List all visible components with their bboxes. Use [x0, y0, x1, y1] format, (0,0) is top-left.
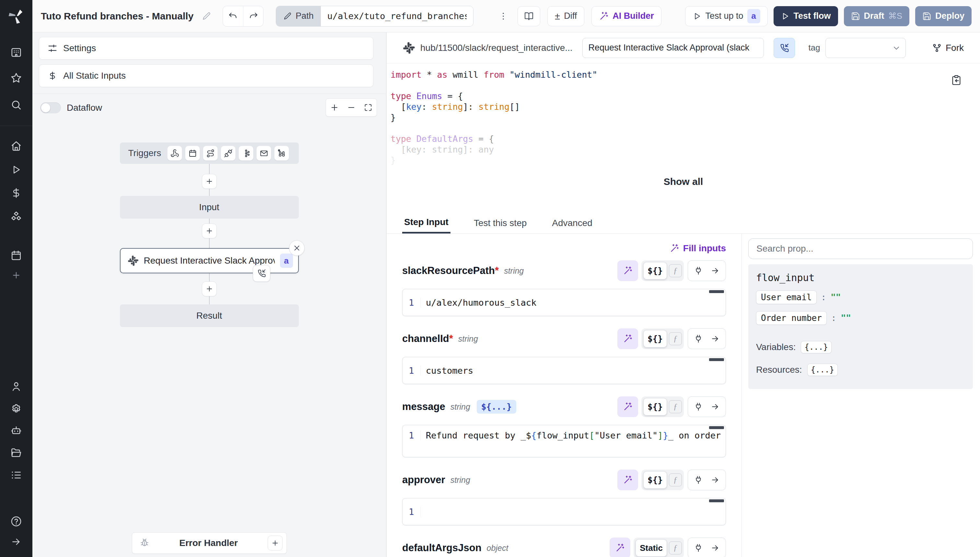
- tab-step-input[interactable]: Step Input: [402, 212, 451, 233]
- template-mode-button[interactable]: ${}: [643, 330, 667, 347]
- plug-icon[interactable]: [694, 476, 703, 484]
- test-up-to-button[interactable]: Test up to a: [685, 6, 768, 26]
- field-code-editor[interactable]: 1: [402, 498, 726, 525]
- all-static-inputs-button[interactable]: All Static Inputs: [39, 64, 373, 87]
- audit-list-icon[interactable]: [9, 468, 23, 482]
- prop-key-chip[interactable]: Order number: [756, 311, 827, 325]
- folders-icon[interactable]: [9, 446, 23, 460]
- result-node[interactable]: Result: [120, 305, 299, 327]
- field-code-editor[interactable]: 1 u/alex/humorous_slack: [402, 289, 726, 316]
- plug-icon[interactable]: [694, 266, 703, 275]
- redo-button[interactable]: [243, 6, 263, 26]
- add-step-button[interactable]: [202, 282, 217, 296]
- expand-sidebar-arrow-icon[interactable]: [9, 535, 23, 549]
- add-step-button[interactable]: [202, 174, 217, 189]
- delete-step-close-icon[interactable]: [289, 240, 305, 256]
- field-code-editor[interactable]: 1 Refund request by _${flow_input["User …: [402, 425, 726, 457]
- arrow-right-icon[interactable]: [711, 334, 720, 343]
- tag-select[interactable]: [825, 38, 906, 58]
- ai-bot-icon[interactable]: [9, 423, 23, 438]
- add-plus-icon[interactable]: [9, 268, 23, 282]
- plug-icon[interactable]: [694, 543, 703, 552]
- error-handler-node[interactable]: Error Handler: [132, 533, 287, 554]
- copy-clipboard-icon[interactable]: [951, 75, 962, 85]
- fork-button[interactable]: Fork: [932, 43, 964, 53]
- function-mode-button[interactable]: ƒ: [669, 264, 682, 277]
- test-flow-button[interactable]: Test flow: [774, 6, 838, 26]
- path-label[interactable]: Path: [276, 6, 321, 26]
- search-icon[interactable]: [9, 98, 23, 112]
- function-mode-button[interactable]: ƒ: [669, 332, 682, 345]
- triggers-node[interactable]: Triggers: [120, 142, 299, 164]
- websocket-trigger-icon[interactable]: [221, 146, 235, 161]
- arrow-right-icon[interactable]: [711, 476, 720, 484]
- diff-button[interactable]: ± Diff: [547, 6, 584, 26]
- resources-boxes-icon[interactable]: [9, 210, 23, 224]
- undo-button[interactable]: [223, 6, 243, 26]
- tab-test-this-step[interactable]: Test this step: [472, 212, 529, 233]
- schedule-trigger-icon[interactable]: [185, 146, 200, 161]
- fill-inputs-button[interactable]: Fill inputs: [670, 243, 726, 254]
- template-mode-button[interactable]: ${}: [643, 471, 667, 489]
- resources-expand-chip[interactable]: {...}: [807, 364, 838, 376]
- zoom-out-button[interactable]: [343, 99, 360, 116]
- zoom-in-button[interactable]: [326, 99, 343, 116]
- prop-key-chip[interactable]: User email: [756, 290, 817, 304]
- poll-trigger-icon[interactable]: [274, 146, 289, 161]
- scrollbar-stub[interactable]: [709, 290, 724, 293]
- email-trigger-icon[interactable]: [256, 146, 271, 161]
- workspace-icon[interactable]: [9, 46, 23, 60]
- function-mode-button[interactable]: ƒ: [669, 474, 682, 486]
- plug-icon[interactable]: [694, 402, 703, 411]
- ai-fill-field-button[interactable]: [617, 261, 638, 281]
- flow-settings-button[interactable]: Settings: [39, 37, 373, 60]
- fit-view-button[interactable]: [360, 99, 377, 116]
- variables-expand-chip[interactable]: {...}: [801, 341, 831, 353]
- search-prop-input[interactable]: [748, 238, 973, 259]
- windmill-logo-icon[interactable]: [0, 0, 33, 33]
- template-mode-button[interactable]: ${}: [643, 262, 667, 280]
- arrow-right-icon[interactable]: [711, 402, 720, 411]
- arrow-right-icon[interactable]: [711, 266, 720, 275]
- runs-play-icon[interactable]: [9, 163, 23, 177]
- kafka-trigger-icon[interactable]: [238, 146, 253, 161]
- suspend-approval-phone-button[interactable]: [774, 38, 795, 58]
- input-node[interactable]: Input: [120, 196, 299, 218]
- suspend-approval-phone-icon[interactable]: [253, 265, 270, 282]
- step-summary-input[interactable]: [582, 38, 764, 58]
- scrollbar-stub[interactable]: [709, 358, 724, 361]
- code-preview[interactable]: import * as wmill from "windmill-client"…: [387, 64, 980, 212]
- schedules-calendar-icon[interactable]: [9, 248, 23, 263]
- ai-fill-field-button[interactable]: [617, 328, 638, 349]
- settings-gear-icon[interactable]: [9, 402, 23, 416]
- favorites-star-icon[interactable]: [9, 71, 23, 85]
- tab-advanced[interactable]: Advanced: [550, 212, 595, 233]
- scrollbar-stub[interactable]: [709, 499, 724, 502]
- flow-input-root[interactable]: flow_input: [756, 272, 965, 283]
- slack-approval-step-node[interactable]: Request Interactive Slack Approval (... …: [120, 248, 299, 273]
- docs-book-button[interactable]: [518, 6, 540, 26]
- ai-fill-field-button[interactable]: [617, 396, 638, 417]
- more-options-kebab-icon[interactable]: [496, 6, 510, 26]
- function-mode-button[interactable]: ƒ: [669, 400, 682, 413]
- scrollbar-stub[interactable]: [709, 426, 724, 429]
- static-mode-button[interactable]: Static: [635, 539, 667, 557]
- webhook-trigger-icon[interactable]: [167, 146, 182, 161]
- arrow-right-icon[interactable]: [711, 543, 720, 552]
- show-all-code-button[interactable]: Show all: [664, 176, 703, 187]
- draft-button[interactable]: Draft ⌘S: [844, 6, 909, 26]
- function-mode-button[interactable]: ƒ: [669, 541, 682, 554]
- http-route-trigger-icon[interactable]: [203, 146, 218, 161]
- deploy-button[interactable]: Deploy: [915, 6, 972, 26]
- plug-icon[interactable]: [694, 334, 703, 343]
- hub-script-path[interactable]: hub/11500/slack/request_interactive...: [420, 43, 573, 53]
- edit-title-icon[interactable]: [202, 11, 211, 21]
- add-step-button[interactable]: [202, 223, 217, 238]
- variables-dollar-icon[interactable]: [9, 186, 23, 200]
- ai-fill-field-button[interactable]: [617, 469, 638, 490]
- ai-builder-button[interactable]: AI Builder: [591, 6, 662, 26]
- template-mode-button[interactable]: ${}: [643, 398, 667, 415]
- field-code-editor[interactable]: 1 customers: [402, 357, 726, 384]
- ai-fill-field-button[interactable]: [609, 537, 630, 557]
- add-error-handler-button[interactable]: [268, 536, 283, 550]
